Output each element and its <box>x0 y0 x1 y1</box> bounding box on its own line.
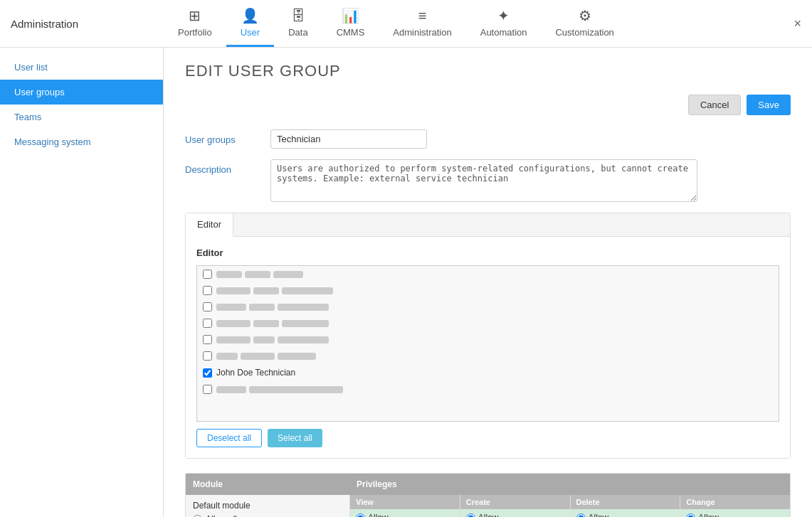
delete-value: Allow Deny <box>570 509 680 517</box>
deselect-all-button[interactable]: Deselect all <box>196 429 262 447</box>
user-name: John Doe Technician <box>216 368 295 378</box>
sidebar-item-user-groups-label: User groups <box>14 87 65 97</box>
user-checkbox[interactable] <box>203 270 212 279</box>
privileges-header: Privileges <box>349 474 790 495</box>
layout: User list User groups Teams Messaging sy… <box>0 48 812 517</box>
priv-values-default: Allow Deny <box>349 509 790 517</box>
change-allow-radio[interactable] <box>686 513 695 518</box>
user-item <box>197 266 779 282</box>
sub-header-row: View Create Delete Change <box>349 495 790 509</box>
user-checkbox[interactable] <box>203 335 212 344</box>
sidebar-item-user-groups[interactable]: User groups <box>0 80 163 105</box>
editor-header: Editor <box>196 247 779 258</box>
delete-allow: Allow <box>576 513 675 517</box>
page-title: EDIT USER GROUP <box>185 62 791 80</box>
sub-header-create: Create <box>460 495 570 509</box>
tab-portfolio-label: Portfolio <box>178 27 212 38</box>
tab-automation[interactable]: ✦ Automation <box>466 0 542 47</box>
cancel-button[interactable]: Cancel <box>688 95 741 115</box>
tab-customization-label: Customization <box>555 27 613 38</box>
description-label: Description <box>185 159 270 175</box>
privileges-cell-default: View Create Delete Change Allow <box>349 495 790 517</box>
allow-all-radio-row: Allow all <box>193 514 342 517</box>
top-bar: Administration ⊞ Portfolio 👤 User 🗄 Data… <box>0 0 812 48</box>
user-checkbox[interactable] <box>203 286 212 295</box>
user-groups-row: User groups <box>185 129 791 149</box>
user-groups-input[interactable] <box>270 129 427 149</box>
view-radio-group: Allow Deny <box>356 513 454 517</box>
create-radio-group: Allow Deny <box>466 513 564 517</box>
user-name <box>216 304 329 311</box>
allow-all-label: Allow all <box>206 514 237 517</box>
user-name <box>216 353 316 360</box>
privileges-section: Module Privileges Default module Allow a… <box>185 473 791 517</box>
tab-cmms[interactable]: 📊 CMMS <box>322 0 379 47</box>
delete-radio-group: Allow Deny <box>576 513 675 517</box>
save-button[interactable]: Save <box>747 95 791 115</box>
user-list-box[interactable]: John Doe Technician <box>196 265 779 422</box>
user-checkbox[interactable] <box>203 302 212 311</box>
sidebar-item-teams-label: Teams <box>14 112 41 122</box>
change-radio-group: Allow Deny <box>686 513 784 517</box>
user-item <box>197 331 779 348</box>
tab-customization[interactable]: ⚙ Customization <box>541 0 628 47</box>
tab-cmms-label: CMMS <box>337 27 365 38</box>
sidebar-item-user-list[interactable]: User list <box>0 55 163 80</box>
user-checkbox[interactable] <box>203 368 212 378</box>
view-allow: Allow <box>356 513 454 517</box>
user-item <box>197 299 779 315</box>
user-checkbox[interactable] <box>203 351 212 361</box>
sidebar-item-messaging-system-label: Messaging system <box>14 137 91 147</box>
user-name <box>216 336 329 343</box>
portfolio-icon: ⊞ <box>189 7 201 24</box>
administration-icon: ≡ <box>418 8 427 24</box>
change-value: Allow Deny <box>680 509 790 517</box>
module-header: Module <box>186 474 349 495</box>
view-value: Allow Deny <box>349 509 460 517</box>
customization-icon: ⚙ <box>579 7 591 24</box>
user-name <box>216 320 329 327</box>
tab-administration-label: Administration <box>393 27 451 38</box>
tab-automation-label: Automation <box>480 27 527 38</box>
select-all-button[interactable]: Select all <box>268 429 322 447</box>
user-item <box>197 381 779 398</box>
user-name <box>216 271 303 278</box>
change-allow: Allow <box>686 513 784 517</box>
user-item <box>197 348 779 364</box>
editor-tabs: Editor <box>186 213 790 237</box>
nav-tabs: ⊞ Portfolio 👤 User 🗄 Data 📊 CMMS ≡ Admin… <box>164 0 793 47</box>
priv-row-default-module: Default module Allow all Deny all <box>186 495 790 517</box>
description-textarea[interactable]: Users are authorized to perform system-r… <box>270 159 697 202</box>
module-cell-default: Default module Allow all Deny all <box>186 495 349 517</box>
user-name <box>216 287 333 294</box>
tab-administration[interactable]: ≡ Administration <box>379 0 465 47</box>
user-item <box>197 282 779 299</box>
allow-all-radio[interactable] <box>193 515 202 518</box>
create-allow: Allow <box>466 513 564 517</box>
view-allow-radio[interactable] <box>356 513 365 518</box>
tab-portfolio[interactable]: ⊞ Portfolio <box>164 0 226 47</box>
user-actions: Deselect all Select all <box>196 429 779 447</box>
create-allow-radio[interactable] <box>466 513 475 518</box>
description-row: Description Users are authorized to perf… <box>185 159 791 202</box>
sidebar-item-messaging-system[interactable]: Messaging system <box>0 129 163 154</box>
module-name-default: Default module <box>193 501 342 511</box>
sidebar-item-teams[interactable]: Teams <box>0 105 163 129</box>
action-row: Cancel Save <box>185 95 791 115</box>
app-title: Administration <box>0 18 164 30</box>
user-checkbox[interactable] <box>203 385 212 394</box>
sub-header-change: Change <box>680 495 790 509</box>
user-checkbox[interactable] <box>203 319 212 328</box>
user-item <box>197 315 779 331</box>
main-content: EDIT USER GROUP Cancel Save User groups … <box>164 48 812 517</box>
data-icon: 🗄 <box>291 8 305 24</box>
delete-allow-radio[interactable] <box>576 513 586 518</box>
sidebar-item-user-list-label: User list <box>14 62 48 73</box>
close-button[interactable]: × <box>793 16 801 31</box>
user-item: John Doe Technician <box>197 364 779 381</box>
tab-user-label: User <box>241 27 260 38</box>
tab-data-label: Data <box>288 27 307 38</box>
tab-editor[interactable]: Editor <box>186 213 233 237</box>
tab-data[interactable]: 🗄 Data <box>274 0 322 47</box>
tab-user[interactable]: 👤 User <box>226 0 274 47</box>
